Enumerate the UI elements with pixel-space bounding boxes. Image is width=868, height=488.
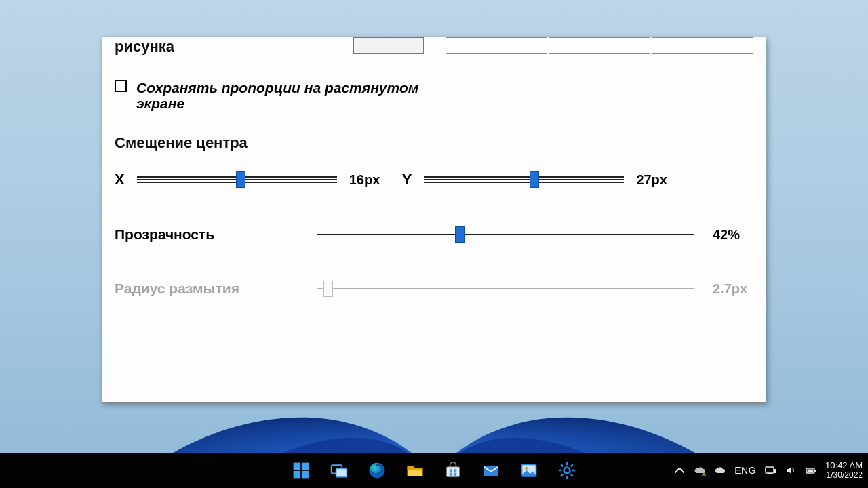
- checkbox-label-cut: рисунка: [115, 38, 174, 55]
- y-offset-slider[interactable]: [424, 171, 624, 188]
- opacity-slider[interactable]: [317, 226, 694, 243]
- svg-rect-28: [774, 469, 776, 473]
- svg-rect-7: [446, 467, 459, 477]
- desktop: рисунка Сохранять пропорции на растянуто…: [0, 0, 868, 488]
- weather-cloud-icon[interactable]: [714, 464, 726, 476]
- task-view-button[interactable]: [328, 459, 351, 482]
- opacity-label: Прозрачность: [115, 226, 298, 243]
- opacity-value: 42%: [713, 227, 753, 243]
- start-button[interactable]: [290, 459, 313, 482]
- svg-rect-0: [294, 463, 301, 470]
- svg-rect-9: [454, 469, 456, 472]
- svg-line-23: [571, 464, 573, 466]
- file-explorer-button[interactable]: [403, 459, 427, 482]
- mail-button[interactable]: [479, 459, 502, 482]
- field-3[interactable]: [652, 37, 753, 54]
- svg-line-22: [561, 474, 563, 476]
- svg-rect-31: [808, 470, 814, 472]
- blur-radius-label: Радиус размытия: [115, 281, 298, 297]
- preserve-ratio-label: Сохранять пропорции на растянутом экране: [136, 80, 421, 111]
- x-offset-slider[interactable]: [137, 171, 337, 188]
- taskbar-center: [290, 453, 578, 488]
- photos-button[interactable]: [517, 459, 540, 482]
- clock-date: 1/30/2022: [825, 471, 863, 480]
- clock-time: 10:42 AM: [825, 461, 863, 470]
- svg-line-21: [571, 474, 573, 476]
- svg-point-15: [564, 468, 570, 474]
- svg-rect-24: [704, 474, 705, 475]
- edge-browser-button[interactable]: [366, 459, 389, 482]
- preserve-ratio-checkbox[interactable]: [115, 80, 127, 92]
- field-2[interactable]: [549, 37, 650, 54]
- svg-rect-5: [336, 468, 347, 476]
- language-indicator[interactable]: ENG: [734, 465, 756, 476]
- svg-rect-30: [815, 470, 816, 472]
- taskbar: ENG 10:42 AM 1/30/2022: [0, 453, 868, 488]
- offset-heading: Смещение центра: [115, 134, 753, 152]
- settings-dialog: рисунка Сохранять пропорции на растянуто…: [102, 37, 766, 403]
- battery-icon[interactable]: [805, 464, 817, 476]
- reset-button[interactable]: [353, 37, 424, 54]
- blur-radius-value: 2.7px: [713, 281, 753, 297]
- svg-rect-1: [302, 463, 309, 470]
- x-offset-value: 16px: [349, 172, 390, 188]
- svg-point-14: [525, 467, 528, 470]
- svg-rect-3: [302, 471, 309, 479]
- svg-rect-27: [768, 473, 772, 474]
- network-icon[interactable]: [764, 464, 776, 476]
- system-tray: ENG 10:42 AM 1/30/2022: [673, 453, 863, 488]
- svg-rect-25: [704, 475, 705, 476]
- volume-icon[interactable]: [785, 464, 797, 476]
- svg-rect-8: [450, 469, 452, 472]
- svg-rect-2: [294, 471, 301, 479]
- store-button[interactable]: [441, 459, 465, 482]
- clock[interactable]: 10:42 AM 1/30/2022: [825, 461, 863, 479]
- tray-overflow-icon[interactable]: [673, 464, 686, 476]
- field-1[interactable]: [446, 37, 547, 54]
- svg-rect-11: [454, 473, 456, 476]
- svg-rect-26: [766, 467, 774, 473]
- onedrive-warning-icon[interactable]: [694, 464, 706, 476]
- svg-line-20: [561, 464, 563, 466]
- svg-rect-10: [450, 473, 452, 476]
- x-axis-label: X: [115, 171, 125, 188]
- y-axis-label: Y: [402, 171, 412, 188]
- settings-button[interactable]: [555, 459, 578, 482]
- blur-radius-slider[interactable]: [317, 281, 694, 297]
- three-fields-group: [446, 37, 753, 54]
- y-offset-value: 27px: [636, 172, 677, 188]
- wallpaper-flower: [0, 399, 868, 453]
